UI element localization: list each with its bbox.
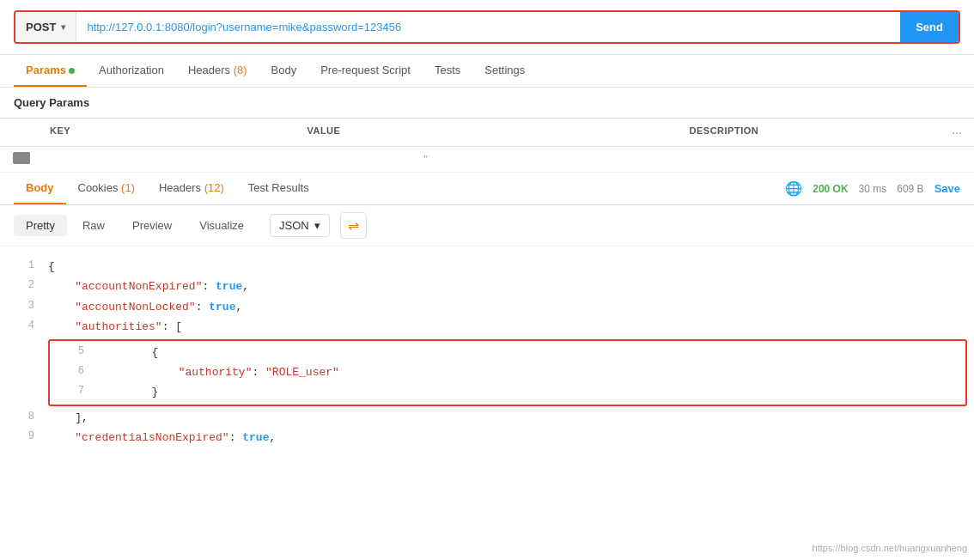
json-line-9: 9 "credentialsNonExpired": true, bbox=[0, 428, 974, 447]
row-key-cell bbox=[43, 153, 417, 166]
row-value-cell: " bbox=[417, 153, 974, 166]
json-line-8-content: ], bbox=[48, 408, 967, 428]
th-more[interactable]: ··· bbox=[940, 125, 974, 139]
open-brace: { bbox=[48, 260, 55, 273]
response-time: 30 ms bbox=[859, 183, 887, 195]
tab-authorization[interactable]: Authorization bbox=[87, 55, 176, 87]
resp-tab-headers-label: Headers (12) bbox=[159, 181, 224, 194]
json-format-dropdown[interactable]: JSON ▾ bbox=[270, 214, 330, 237]
line-num-9: 9 bbox=[7, 428, 34, 447]
resp-tab-body[interactable]: Body bbox=[14, 173, 66, 204]
resp-tab-headers[interactable]: Headers (12) bbox=[147, 173, 236, 204]
json-line-2-content: "accountNonExpired": true, bbox=[48, 277, 967, 296]
val-credentialsNonExpired: true bbox=[242, 431, 269, 444]
tab-body-label: Body bbox=[271, 64, 297, 76]
json-format-chevron: ▾ bbox=[314, 219, 320, 232]
val-authority: "ROLE_user" bbox=[265, 366, 339, 379]
line-num-7: 7 bbox=[57, 382, 84, 401]
response-status-bar: 🌐 200 OK 30 ms 609 B Save bbox=[785, 180, 960, 197]
json-line-3-content: "accountNonLocked": true, bbox=[48, 297, 967, 317]
th-value: VALUE bbox=[300, 125, 682, 139]
line-num-3: 3 bbox=[7, 297, 34, 316]
fmt-tab-visualize[interactable]: Visualize bbox=[187, 215, 256, 236]
tab-body[interactable]: Body bbox=[259, 55, 309, 87]
json-line-4-content: "authorities": [ bbox=[48, 317, 967, 337]
json-line-5-content: { bbox=[98, 343, 959, 362]
url-bar-section: POST ▾ Send bbox=[0, 0, 974, 55]
tab-tests[interactable]: Tests bbox=[423, 55, 472, 87]
method-select[interactable]: POST ▾ bbox=[15, 12, 76, 42]
tab-settings-label: Settings bbox=[484, 64, 525, 76]
checkbox-icon bbox=[13, 152, 30, 164]
fmt-tab-preview[interactable]: Preview bbox=[120, 215, 184, 236]
tab-params-label: Params bbox=[26, 64, 66, 76]
tab-params[interactable]: Params bbox=[14, 55, 87, 87]
response-tabs-row: Body Cookies (1) Headers (12) Test Resul… bbox=[0, 173, 974, 205]
inner-open-brace: { bbox=[151, 346, 158, 359]
val-authorities-close: ] bbox=[75, 411, 82, 424]
resp-tab-testresults[interactable]: Test Results bbox=[236, 173, 321, 204]
json-line-4: 4 "authorities": [ bbox=[0, 317, 974, 337]
key-accountNonExpired: "accountNonExpired" bbox=[75, 280, 202, 293]
json-format-label: JSON bbox=[279, 219, 309, 232]
json-line-6: 6 "authority": "ROLE_user" bbox=[50, 362, 965, 382]
json-line-7: 7 } bbox=[50, 382, 965, 402]
globe-icon: 🌐 bbox=[785, 180, 802, 197]
fmt-tab-pretty[interactable]: Pretty bbox=[14, 215, 67, 236]
chevron-down-icon: ▾ bbox=[61, 22, 65, 32]
table-row: " bbox=[0, 147, 974, 173]
tab-settings[interactable]: Settings bbox=[472, 55, 537, 87]
save-response-button[interactable]: Save bbox=[934, 182, 960, 195]
key-accountNonLocked: "accountNonLocked" bbox=[75, 301, 195, 313]
json-content: 1 { 2 "accountNonExpired": true, 3 "acco… bbox=[0, 247, 974, 459]
line-num-6: 6 bbox=[57, 362, 84, 381]
inner-close-brace: } bbox=[151, 386, 158, 399]
format-tabs-row: Pretty Raw Preview Visualize JSON ▾ ⇌ bbox=[0, 205, 974, 247]
line-num-1: 1 bbox=[7, 257, 34, 276]
json-line-8: 8 ], bbox=[0, 408, 974, 428]
line-num-4: 4 bbox=[7, 317, 34, 336]
json-line-1-content: { bbox=[48, 257, 967, 277]
tab-authorization-label: Authorization bbox=[99, 64, 164, 76]
row-checkbox[interactable] bbox=[0, 152, 43, 167]
headers-badge: (8) bbox=[234, 64, 247, 76]
method-label: POST bbox=[26, 21, 56, 33]
query-params-label: Query Params bbox=[0, 88, 974, 119]
resp-tab-cookies-label: Cookies (1) bbox=[78, 181, 135, 194]
key-credentialsNonExpired: "credentialsNonExpired" bbox=[75, 431, 228, 444]
line-num-2: 2 bbox=[7, 277, 34, 295]
val-accountNonExpired: true bbox=[216, 280, 242, 293]
th-key: KEY bbox=[43, 125, 300, 139]
tab-prerequest[interactable]: Pre-request Script bbox=[308, 55, 423, 87]
request-tabs-section: Params Authorization Headers (8) Body Pr… bbox=[0, 55, 974, 88]
params-dot bbox=[69, 68, 75, 74]
response-size: 609 B bbox=[897, 183, 923, 195]
json-line-9-content: "credentialsNonExpired": true, bbox=[48, 428, 967, 447]
line-num-5: 5 bbox=[57, 343, 84, 362]
tab-headers-label: Headers (8) bbox=[188, 64, 247, 76]
th-description: DESCRIPTION bbox=[683, 125, 940, 139]
resp-headers-badge: (12) bbox=[204, 181, 224, 194]
json-line-7-content: } bbox=[98, 382, 959, 402]
json-line-5: 5 { bbox=[50, 343, 965, 362]
status-code: 200 OK bbox=[813, 183, 848, 195]
resp-tab-testresults-label: Test Results bbox=[248, 181, 309, 194]
send-button[interactable]: Send bbox=[900, 12, 959, 42]
key-authority: "authority" bbox=[179, 366, 253, 379]
fmt-tab-raw[interactable]: Raw bbox=[70, 215, 117, 236]
tab-headers[interactable]: Headers (8) bbox=[176, 55, 259, 87]
json-line-6-content: "authority": "ROLE_user" bbox=[98, 362, 959, 382]
json-line-2: 2 "accountNonExpired": true, bbox=[0, 277, 974, 296]
key-authorities: "authorities" bbox=[75, 320, 161, 333]
resp-tab-cookies[interactable]: Cookies (1) bbox=[66, 173, 147, 204]
tab-prerequest-label: Pre-request Script bbox=[320, 64, 411, 76]
wrap-button[interactable]: ⇌ bbox=[340, 212, 367, 239]
tab-tests-label: Tests bbox=[435, 64, 460, 76]
val-accountNonLocked: true bbox=[209, 301, 235, 313]
table-header: KEY VALUE DESCRIPTION ··· bbox=[0, 119, 974, 147]
url-input[interactable] bbox=[76, 12, 900, 42]
json-line-1: 1 { bbox=[0, 257, 974, 277]
resp-tab-body-label: Body bbox=[26, 181, 54, 194]
th-checkbox bbox=[0, 125, 43, 139]
url-bar-container: POST ▾ Send bbox=[14, 10, 960, 44]
